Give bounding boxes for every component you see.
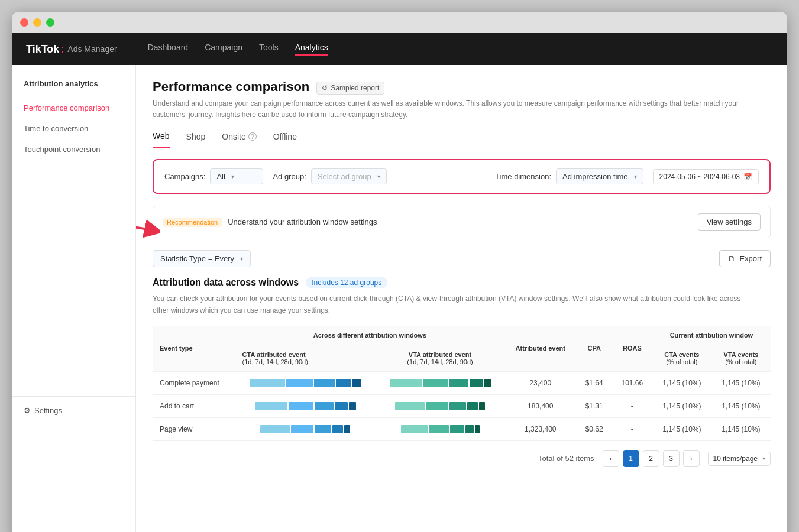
page-header: Performance comparison ↺ Sampled report xyxy=(153,79,771,95)
main-content: Performance comparison ↺ Sampled report … xyxy=(136,65,787,532)
logo-tiktok: TikTok xyxy=(26,43,59,56)
cell-vta-pct: 1,145 (10%) xyxy=(711,394,771,417)
cell-attributed-event: 183,400 xyxy=(504,394,576,417)
rec-text: Understand your attribution window setti… xyxy=(228,218,377,226)
titlebar xyxy=(12,12,787,33)
items-per-page-chevron: ▾ xyxy=(762,455,765,462)
cell-cta-bars xyxy=(235,394,376,417)
cell-cpa: $1.31 xyxy=(576,394,612,417)
sidebar-settings[interactable]: ⚙ Settings xyxy=(12,396,135,424)
sampled-badge[interactable]: ↺ Sampled report xyxy=(316,82,384,95)
nav-campaign[interactable]: Campaign xyxy=(205,43,242,56)
cell-cta-bars xyxy=(235,417,376,440)
tabs: Web Shop Onsite ? Offline xyxy=(153,131,771,148)
sidebar-item-touchpoint[interactable]: Touchpoint conversion xyxy=(12,139,135,160)
sidebar-item-performance[interactable]: Performance comparison xyxy=(12,98,135,118)
export-icon: 🗋 xyxy=(728,254,736,263)
onsite-help-icon[interactable]: ? xyxy=(248,132,257,141)
rec-badge: Recommendation xyxy=(163,218,222,227)
export-label: Export xyxy=(739,254,762,263)
col-header-attributed-event: Attributed event xyxy=(504,326,576,372)
campaigns-select[interactable]: All ▾ xyxy=(210,168,263,184)
cell-vta-bars xyxy=(376,417,504,440)
cell-attributed-event: 1,323,400 xyxy=(504,417,576,440)
cell-attributed-event: 23,400 xyxy=(504,371,576,394)
settings-label: Settings xyxy=(34,406,62,415)
maximize-dot[interactable] xyxy=(46,18,54,27)
time-dimension-chevron: ▾ xyxy=(634,173,637,180)
pagination: Total of 52 items ‹ 1 2 3 › 10 items/pag… xyxy=(153,450,771,467)
cell-cta-bars xyxy=(235,371,376,394)
statistic-type-button[interactable]: Statistic Type = Every ▾ xyxy=(153,250,251,267)
pagination-page-3[interactable]: 3 xyxy=(663,450,680,467)
pagination-next[interactable]: › xyxy=(683,450,700,467)
page-description: Understand and compare your campaign per… xyxy=(153,98,744,121)
sampled-badge-text: Sampled report xyxy=(331,84,379,92)
settings-icon: ⚙ xyxy=(24,406,31,415)
arrow-indicator xyxy=(136,216,160,248)
cell-event-type: Add to cart xyxy=(153,394,235,417)
table-row: Add to cart183,400$1.31-1,145 (10%)1,145… xyxy=(153,394,771,417)
cell-cta-pct: 1,145 (10%) xyxy=(652,371,711,394)
cell-vta-bars xyxy=(376,394,504,417)
logo-colon: : xyxy=(60,43,64,56)
cell-vta-pct: 1,145 (10%) xyxy=(711,417,771,440)
nav-dashboard[interactable]: Dashboard xyxy=(148,43,189,56)
items-per-page-label: 10 items/page xyxy=(713,455,758,463)
tab-onsite-label: Onsite xyxy=(222,132,245,141)
section-title: Attribution data across windows xyxy=(153,277,299,288)
rec-left: Recommendation Understand your attributi… xyxy=(163,218,377,227)
data-table: Event type Across different attribution … xyxy=(153,326,771,441)
items-per-page-select[interactable]: 10 items/page ▾ xyxy=(708,452,771,466)
statistic-type-label: Statistic Type = Every xyxy=(160,254,234,263)
tab-web[interactable]: Web xyxy=(153,131,170,148)
time-dimension-select[interactable]: Ad impression time ▾ xyxy=(556,168,643,184)
cell-roas: 101.66 xyxy=(612,371,652,394)
tab-onsite[interactable]: Onsite ? xyxy=(222,131,256,148)
export-button[interactable]: 🗋 Export xyxy=(719,250,771,267)
campaigns-chevron: ▾ xyxy=(231,173,234,180)
col-header-cta: CTA attributed event(1d, 7d, 14d, 28d, 9… xyxy=(235,345,376,371)
col-header-cta-pct: CTA events(% of total) xyxy=(652,345,711,371)
cell-vta-pct: 1,145 (10%) xyxy=(711,371,771,394)
table-row: Page view1,323,400$0.62-1,145 (10%)1,145… xyxy=(153,417,771,440)
close-dot[interactable] xyxy=(20,18,28,27)
adgroup-filter: Ad group: Select ad group ▾ xyxy=(273,168,386,184)
minimize-dot[interactable] xyxy=(33,18,41,27)
adgroup-select[interactable]: Select ad group ▾ xyxy=(311,168,387,184)
adgroup-label: Ad group: xyxy=(273,172,306,181)
sidebar-title: Attribution analytics xyxy=(12,79,135,98)
pagination-total: Total of 52 items xyxy=(538,454,594,463)
refresh-icon: ↺ xyxy=(322,84,328,92)
table-row: Complete payment23,400$1.64101.661,145 (… xyxy=(153,371,771,394)
campaigns-filter: Campaigns: All ▾ xyxy=(164,168,263,184)
pagination-page-2[interactable]: 2 xyxy=(643,450,659,467)
time-dimension-group: Time dimension: Ad impression time ▾ xyxy=(495,168,643,184)
navbar: TikTok:Ads Manager Dashboard Campaign To… xyxy=(12,33,787,65)
date-picker[interactable]: 2024-05-06 ~ 2024-06-03 📅 xyxy=(653,169,759,184)
filter-bar: Campaigns: All ▾ Ad group: Select ad gro… xyxy=(153,159,771,194)
pagination-page-1[interactable]: 1 xyxy=(623,450,639,467)
nav-tools[interactable]: Tools xyxy=(259,43,279,56)
sidebar-item-time-to-conversion[interactable]: Time to conversion xyxy=(12,118,135,139)
cell-roas: - xyxy=(612,417,652,440)
adgroup-chevron: ▾ xyxy=(377,173,380,180)
col-header-event-type: Event type xyxy=(153,326,235,372)
col-header-vta: VTA attributed event(1d, 7d, 14d, 28d, 9… xyxy=(376,345,504,371)
date-range-text: 2024-05-06 ~ 2024-06-03 xyxy=(659,173,740,181)
col-group-current-window: Current attribution window xyxy=(652,326,771,345)
calendar-icon: 📅 xyxy=(743,173,752,181)
nav-analytics[interactable]: Analytics xyxy=(295,43,328,56)
sidebar: Attribution analytics Performance compar… xyxy=(12,65,136,532)
time-dimension-label: Time dimension: xyxy=(495,172,551,181)
statistic-bar: Statistic Type = Every ▾ 🗋 Export xyxy=(153,250,771,267)
cell-vta-bars xyxy=(376,371,504,394)
logo-ads-manager: Ads Manager xyxy=(67,44,117,54)
page-title: Performance comparison xyxy=(153,79,309,95)
col-header-roas: ROAS xyxy=(612,326,652,372)
view-settings-button[interactable]: View settings xyxy=(698,213,761,231)
tab-shop[interactable]: Shop xyxy=(186,131,206,148)
cell-cta-pct: 1,145 (10%) xyxy=(652,417,711,440)
tab-offline[interactable]: Offline xyxy=(273,131,297,148)
pagination-prev[interactable]: ‹ xyxy=(603,450,619,467)
